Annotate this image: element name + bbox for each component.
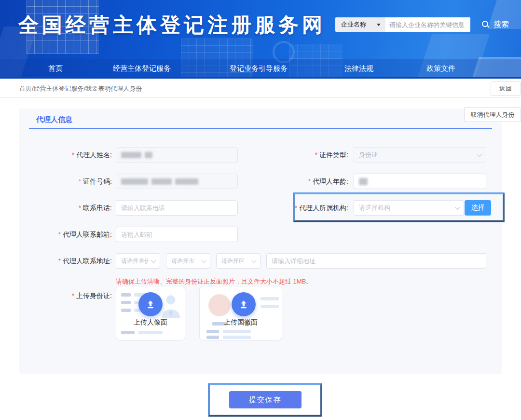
idcard-line-decor: [206, 330, 219, 333]
search-button-label: 搜索: [494, 20, 509, 30]
search-button[interactable]: 搜索: [482, 20, 509, 30]
required-marker: *: [58, 230, 61, 238]
agent-age-label: *代理人年龄:: [227, 174, 348, 189]
nav-item-guidance-services[interactable]: 登记业务引导服务: [230, 59, 288, 77]
idcard-line-decor: [260, 297, 279, 300]
section-divider: [29, 128, 492, 129]
required-marker: *: [72, 292, 74, 299]
emblem-circle-decor: [208, 294, 231, 316]
email-input[interactable]: [121, 231, 233, 238]
required-marker: *: [295, 204, 297, 212]
redacted-value: [121, 152, 141, 158]
person-silhouette-icon: [161, 293, 181, 320]
idcard-line-decor: [121, 293, 131, 297]
agent-info-card: 代理人信息 *代理人姓名: *证件类型: 身份证 *证件号码: *代理人年龄:: [19, 108, 502, 374]
site-title: 全国经营主体登记注册服务网: [18, 12, 326, 39]
site-search: 企业名称 搜索: [335, 17, 509, 32]
district-placeholder: 请选择区: [221, 257, 245, 265]
phone-label: *联系电话:: [19, 200, 112, 216]
search-category-label: 企业名称: [341, 20, 366, 29]
phone-input[interactable]: [121, 204, 233, 212]
address-label: *代理人联系地址:: [19, 253, 112, 269]
upload-back-card[interactable]: 上传国徽面: [199, 286, 282, 340]
province-placeholder: 请选择省份: [121, 257, 148, 265]
upload-warning: 请确保上传清晰、完整的身份证正反面照片，且文件大小不超过 1MB。: [116, 277, 312, 286]
upload-front-label: 上传人像面: [116, 318, 185, 327]
upload-id-label: *上传身份证:: [19, 288, 112, 303]
required-marker: *: [79, 177, 81, 185]
idcard-line-decor: [206, 336, 219, 339]
cert-no-label: *证件号码:: [19, 174, 112, 189]
idcard-line-decor: [121, 309, 131, 312]
redacted-value: [359, 178, 368, 185]
idcard-line-decor: [223, 336, 251, 339]
required-marker: *: [58, 257, 61, 265]
agent-name-label: *代理人姓名:: [19, 147, 112, 163]
redacted-value: [121, 178, 148, 185]
city-placeholder: 请选择市: [171, 257, 194, 265]
required-marker: *: [315, 151, 317, 159]
idcard-line-decor: [121, 331, 135, 334]
agent-name-field: [116, 147, 238, 163]
cert-type-label: *证件类型:: [227, 147, 348, 163]
search-icon: [482, 21, 490, 28]
idcard-line-decor: [138, 331, 163, 334]
required-marker: *: [308, 177, 311, 185]
province-select[interactable]: 请选择省份: [116, 253, 160, 269]
submit-save-button[interactable]: 提交保存: [229, 391, 302, 408]
redacted-value: [145, 152, 152, 158]
cert-type-select: 身份证: [354, 147, 486, 163]
nav-item-laws[interactable]: 法律法规: [344, 59, 373, 77]
redacted-value: [151, 178, 172, 185]
city-select[interactable]: 请选择市: [166, 253, 210, 269]
upload-back-label: 上传国徽面: [200, 318, 282, 327]
idcard-line-decor: [121, 301, 131, 304]
back-button[interactable]: 返回: [491, 81, 521, 96]
phone-field-wrap: [116, 200, 238, 216]
email-field-wrap: [116, 227, 238, 242]
agent-age-field[interactable]: [354, 174, 486, 189]
address-detail-input[interactable]: [272, 257, 481, 265]
org-pick-button[interactable]: 选择: [465, 200, 491, 216]
search-input[interactable]: [385, 17, 470, 32]
nav-item-registration-services[interactable]: 经营主体登记服务: [113, 59, 171, 77]
redacted-value: [175, 178, 198, 185]
org-label: *代理人所属机构:: [227, 200, 348, 216]
upload-icon: [232, 292, 256, 316]
chevron-down-icon: [201, 257, 206, 263]
address-detail-wrap: [266, 253, 486, 269]
chevron-down-icon: [455, 204, 460, 210]
search-category-select[interactable]: 企业名称: [335, 17, 385, 32]
breadcrumb: 首页/经营主体登记服务/我要表明代理人身份: [19, 80, 142, 97]
required-marker: *: [72, 151, 74, 159]
email-label: *代理人联系邮箱:: [19, 227, 112, 242]
upload-icon: [138, 292, 163, 316]
chevron-down-icon: [251, 257, 257, 263]
breadcrumb-bar: 首页/经营主体登记服务/我要表明代理人身份 返回: [0, 80, 521, 98]
required-marker: *: [79, 204, 81, 212]
caret-down-icon: [377, 24, 381, 26]
nav-item-policy-documents[interactable]: 政策文件: [426, 59, 455, 77]
site-banner: 全国经营主体登记注册服务网 企业名称 搜索 首页 经营主体登记服务 登记业务引导…: [0, 0, 521, 79]
org-select-placeholder: 请选择机构: [359, 203, 390, 212]
chevron-down-icon: [477, 151, 482, 157]
cert-type-value: 身份证: [359, 150, 378, 159]
section-title: 代理人信息: [36, 115, 72, 124]
chevron-down-icon: [151, 257, 156, 263]
idcard-line-decor: [223, 330, 251, 333]
page: 全国经营主体登记注册服务网 企业名称 搜索 首页 经营主体登记服务 登记业务引导…: [0, 0, 521, 420]
org-select[interactable]: 请选择机构: [354, 200, 464, 216]
cancel-agent-identity-button[interactable]: 取消代理人身份: [464, 107, 521, 122]
idcard-line-decor: [260, 305, 279, 308]
main-nav: 首页 经营主体登记服务 登记业务引导服务 法律法规 政策文件: [0, 59, 521, 77]
district-select[interactable]: 请选择区: [216, 253, 260, 269]
nav-item-home[interactable]: 首页: [48, 59, 63, 77]
upload-front-card[interactable]: 上传人像面: [116, 286, 185, 340]
cert-no-field: [116, 174, 238, 189]
